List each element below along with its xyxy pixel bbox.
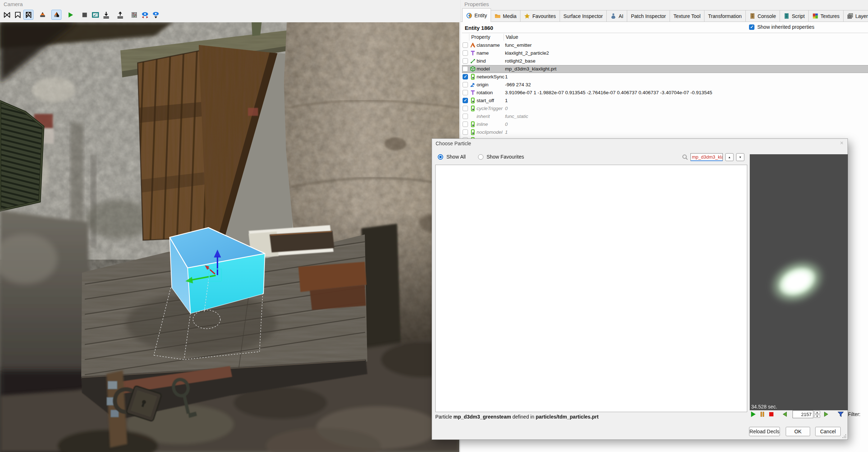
preview-time-label: 34.528 sec. [751,404,777,410]
show-inherited-checkbox[interactable] [749,24,754,30]
status-file-name: particles/tdm_particles.prt [536,414,598,420]
property-key: classname [477,42,505,48]
tab-console[interactable]: Console [746,10,780,22]
spawnargs-rows: classnamefunc_emitternameklaxlight_2_par… [462,41,868,144]
reload-decls-button[interactable]: Reload Decls [749,427,780,436]
tab-label: Media [503,13,516,19]
tab-favourites[interactable]: Favourites [520,10,560,22]
eye-move-icon[interactable] [140,10,150,20]
table-row[interactable]: inheritfunc_static [462,113,868,120]
table-row[interactable]: cycleTrigger0 [462,105,868,113]
property-checkbox[interactable] [463,122,468,127]
table-row[interactable]: noclipmodel1 [462,128,868,136]
play-icon[interactable] [65,10,75,20]
bool-icon [470,129,476,135]
property-checkbox[interactable] [463,42,468,48]
show-all-radio[interactable] [438,154,443,160]
bool-icon [470,97,476,104]
table-row[interactable]: bindrotlight2_base [462,57,868,65]
tab-entity[interactable]: Entity [462,8,491,22]
camera-panel-title: Camera [4,1,23,7]
tab-transformation[interactable]: Transformation [704,10,746,22]
property-checkbox[interactable] [463,82,468,87]
property-key: rotation [477,90,505,95]
tab-surface-inspector[interactable]: Surface Inspector [560,10,607,22]
tab-script[interactable]: Script [780,10,809,22]
frame-value-input[interactable]: 2157 [793,410,813,418]
stop-icon[interactable] [768,411,775,418]
table-row[interactable]: modelmp_d3dm3_klaxlight.prt [462,65,868,73]
table-row[interactable]: origin-969 274 32 [462,81,868,89]
particle-status-line: Particle mp_d3dm3_greensteam defined in … [435,414,598,420]
model-icon [470,66,476,72]
spin-down-icon[interactable]: ▼ [814,415,820,418]
show-favourites-radio[interactable] [478,154,483,160]
tab-layers[interactable]: Layers [844,10,868,22]
tab-media[interactable]: Media [491,10,520,22]
bool-icon [470,105,476,111]
table-row[interactable]: inline0 [462,120,868,128]
property-checkbox[interactable] [463,98,468,103]
next-frame-icon[interactable] [822,411,830,418]
region-select-icon[interactable] [2,10,12,20]
property-checkbox[interactable] [463,114,468,119]
checkered-flag-icon[interactable] [23,10,33,20]
property-checkbox[interactable] [463,50,468,56]
particle-preview-viewport[interactable]: 34.528 sec. [750,154,848,410]
property-checkbox[interactable] [463,90,468,95]
spin-up-icon[interactable]: ▲ [814,411,820,414]
table-row[interactable]: rotation3.91096e-07 1 -1.9882e-07 0.9135… [462,89,868,97]
camera-viewport-3d[interactable] [0,22,459,452]
close-icon[interactable]: × [840,140,844,147]
particle-list[interactable] [435,165,747,412]
property-key: origin [477,82,505,87]
play-icon[interactable] [750,411,757,418]
stop-icon[interactable] [79,10,89,20]
property-key: name [477,50,505,56]
property-value: 1 [505,129,866,135]
table-row[interactable]: classnamefunc_emitter [462,41,868,49]
property-value: rotlight2_base [505,58,866,64]
camera-toolbar [2,9,161,20]
tab-patch-inspector[interactable]: Patch Inspector [627,10,670,22]
properties-tab-bar: EntityMediaFavouritesSurface InspectorAI… [462,9,868,22]
spawnargs-table-header: Property Value [462,33,868,41]
property-checkbox[interactable] [463,66,468,72]
search-prev-match-button[interactable]: ▲ [725,153,734,161]
lamp-shadow-icon[interactable] [51,10,61,20]
tab-texture-tool[interactable]: Texture Tool [670,10,704,22]
pause-icon[interactable] [759,411,766,418]
property-checkbox[interactable] [463,129,468,135]
cancel-button[interactable]: Cancel [815,427,841,436]
ok-button[interactable]: OK [786,427,810,436]
search-icon [681,154,689,161]
property-value: 0 [505,122,866,127]
tab-ai[interactable]: AI [607,10,627,22]
column-header-property: Property [471,34,490,40]
resize-grip-icon[interactable] [842,434,846,438]
filter-label: Filter: [848,411,860,417]
property-value: 0 [505,106,866,111]
show-inherited-label: Show inherited properties [757,24,814,30]
prev-frame-icon[interactable] [781,411,789,418]
show-inherited-toggle[interactable]: Show inherited properties [749,24,814,30]
property-checkbox[interactable] [463,106,468,111]
bool-icon [470,74,476,80]
table-row[interactable]: networkSync1 [462,73,868,81]
show-all-label: Show All [446,154,466,160]
screenshot-icon[interactable] [90,10,100,20]
filter-icon[interactable] [837,411,844,418]
property-checkbox[interactable] [463,58,468,64]
search-next-match-button[interactable]: ▼ [736,153,744,161]
import-icon[interactable] [101,10,111,20]
table-row[interactable]: nameklaxlight_2_particle2 [462,49,868,57]
lamp-icon[interactable] [37,10,47,20]
search-input[interactable]: mp_d3dm3_klax [690,153,723,161]
grid-icon[interactable] [129,10,139,20]
table-row[interactable]: start_off1 [462,97,868,105]
tab-textures[interactable]: Textures [809,10,844,22]
export-icon[interactable] [115,10,125,20]
property-checkbox[interactable] [463,74,468,79]
clip-select-icon[interactable] [13,10,23,20]
eye-down-icon[interactable] [151,10,161,20]
